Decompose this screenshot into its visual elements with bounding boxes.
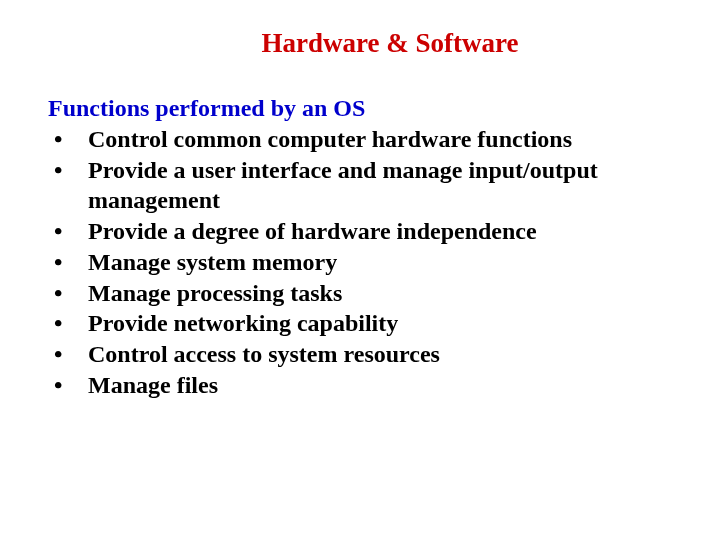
list-item: • Provide a degree of hardware independe… bbox=[50, 216, 672, 247]
list-item-text: Manage files bbox=[88, 370, 672, 401]
list-item-text: Provide a user interface and manage inpu… bbox=[88, 155, 672, 216]
bullet-icon: • bbox=[50, 124, 88, 155]
list-item-text: Manage processing tasks bbox=[88, 278, 672, 309]
list-item: • Control common computer hardware funct… bbox=[50, 124, 672, 155]
list-item: • Manage system memory bbox=[50, 247, 672, 278]
bullet-icon: • bbox=[50, 247, 88, 278]
list-item: • Provide a user interface and manage in… bbox=[50, 155, 672, 216]
slide-title: Hardware & Software bbox=[108, 28, 672, 59]
list-item-text: Manage system memory bbox=[88, 247, 672, 278]
bullet-icon: • bbox=[50, 155, 88, 186]
list-item-text: Control common computer hardware functio… bbox=[88, 124, 672, 155]
list-item: • Control access to system resources bbox=[50, 339, 672, 370]
list-item: • Manage processing tasks bbox=[50, 278, 672, 309]
list-item: • Provide networking capability bbox=[50, 308, 672, 339]
bullet-icon: • bbox=[50, 370, 88, 401]
bullet-icon: • bbox=[50, 216, 88, 247]
bullet-icon: • bbox=[50, 308, 88, 339]
section-heading: Functions performed by an OS bbox=[48, 95, 672, 122]
bullet-list: • Control common computer hardware funct… bbox=[48, 124, 672, 400]
list-item-text: Control access to system resources bbox=[88, 339, 672, 370]
list-item: • Manage files bbox=[50, 370, 672, 401]
bullet-icon: • bbox=[50, 339, 88, 370]
list-item-text: Provide a degree of hardware independenc… bbox=[88, 216, 672, 247]
bullet-icon: • bbox=[50, 278, 88, 309]
list-item-text: Provide networking capability bbox=[88, 308, 672, 339]
